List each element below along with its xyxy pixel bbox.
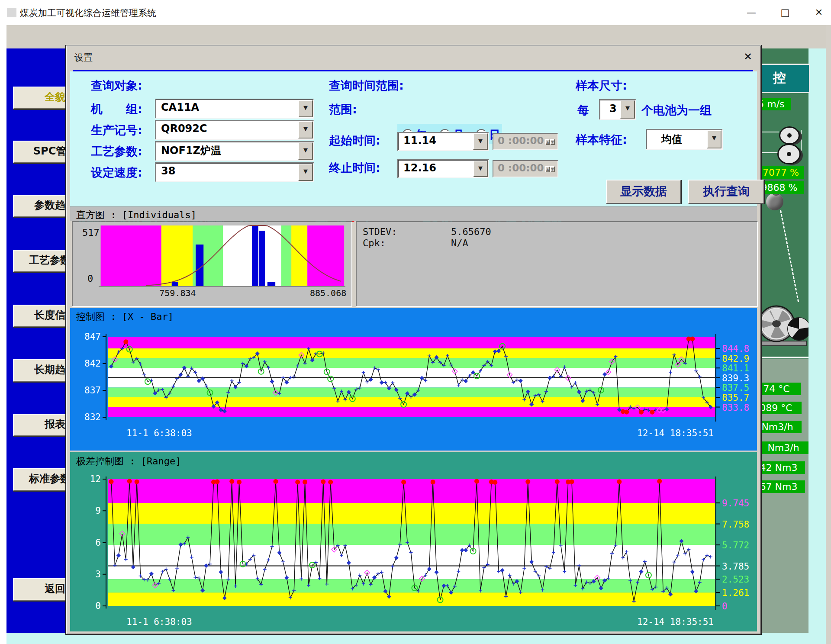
svg-text:847: 847 bbox=[84, 332, 101, 342]
right-cyan-strip bbox=[808, 48, 826, 644]
chevron-down-icon[interactable]: ▼ bbox=[298, 100, 313, 117]
svg-text:11-1 6:38:03: 11-1 6:38:03 bbox=[126, 617, 192, 627]
svg-text:844.816: 844.816 bbox=[722, 344, 750, 354]
sample-size-combo[interactable]: 3 ▼ bbox=[599, 99, 636, 120]
sidebar-item-5[interactable]: 长度信息 bbox=[13, 305, 68, 327]
right-gray-strip bbox=[826, 25, 831, 644]
chevron-down-icon[interactable]: ▼ bbox=[473, 133, 488, 150]
histogram-header: 直方图 : [Individuals] bbox=[70, 206, 757, 221]
sensor-ball-icon bbox=[766, 193, 783, 210]
histogram-panel: 517 0 759.834885.068 bbox=[72, 221, 352, 307]
field-combo-3[interactable]: NOF1Z炉温▼ bbox=[155, 141, 314, 161]
chevron-down-icon[interactable]: ▼ bbox=[620, 100, 635, 119]
svg-text:837: 837 bbox=[84, 385, 101, 396]
stats-panel: STDEV: 5.65670 Cpk: N/A bbox=[356, 221, 758, 307]
end-clock-spinner[interactable]: 0 :00:00 ▲▼ bbox=[493, 160, 558, 177]
chevron-down-icon[interactable]: ▼ bbox=[298, 164, 313, 181]
xbar-chart: 847842837832844.816842.996841.175839.355… bbox=[81, 330, 750, 447]
spin-up-icon[interactable]: ▲ bbox=[545, 166, 550, 172]
svg-text:6: 6 bbox=[95, 538, 101, 548]
query-form: 查询对象: 机 组:CA11A▼生产记号:QR092C▼工艺参数:NOF1Z炉温… bbox=[70, 71, 757, 206]
chevron-down-icon[interactable]: ▼ bbox=[298, 142, 313, 160]
maximize-button-icon[interactable]: □ bbox=[775, 4, 796, 21]
start-time-label: 起始时间: bbox=[329, 133, 380, 148]
field-label-4: 设定速度: bbox=[91, 165, 142, 180]
plant-panel-lower bbox=[760, 359, 808, 633]
svg-text:0: 0 bbox=[722, 601, 728, 612]
xbar-section: 控制图 : [X - Bar] 847842837832844.816842.9… bbox=[70, 308, 757, 451]
pulley-icon bbox=[777, 144, 801, 164]
svg-text:9: 9 bbox=[95, 506, 101, 516]
combo-value: NOF1Z炉温 bbox=[161, 144, 221, 158]
sidebar-item-1[interactable]: 全貌 bbox=[13, 87, 68, 109]
combo-value: 38 bbox=[161, 165, 175, 177]
query-object-label: 查询对象: bbox=[91, 78, 142, 93]
close-button-icon[interactable]: ✕ bbox=[808, 4, 829, 21]
xbar-header: 控制图 : [X - Bar] bbox=[76, 310, 174, 323]
dialog-close-icon[interactable]: ✕ bbox=[740, 50, 756, 64]
svg-text:1.26199: 1.26199 bbox=[722, 588, 750, 598]
cpk-label: Cpk: bbox=[363, 238, 386, 248]
sample-size-label: 样本尺寸: bbox=[576, 78, 627, 93]
line bbox=[760, 132, 779, 132]
sidebar-item-8[interactable]: 标准参数查 bbox=[13, 468, 68, 491]
svg-text:832: 832 bbox=[84, 412, 101, 422]
sidebar-item-6[interactable]: 长期趋势 bbox=[13, 359, 68, 382]
stdev-value: 5.65670 bbox=[451, 226, 491, 237]
field-combo-2[interactable]: QR092C▼ bbox=[155, 120, 314, 140]
minimize-button-icon[interactable]: — bbox=[741, 4, 762, 21]
time-range-label: 查询时间范围: bbox=[329, 78, 404, 93]
range-header: 极差控制图 : [Range] bbox=[76, 455, 181, 468]
sample-feature-label: 样本特征: bbox=[576, 132, 627, 148]
hist-count-min: 0 bbox=[87, 273, 93, 284]
window-left-margin bbox=[0, 25, 6, 644]
field-combo-4[interactable]: 38▼ bbox=[155, 162, 314, 182]
svg-text:12: 12 bbox=[90, 475, 101, 484]
show-data-button[interactable]: 显示数据 bbox=[606, 180, 681, 204]
per-prefix: 每 bbox=[577, 103, 589, 118]
sample-feature-combo[interactable]: 均值 ▼ bbox=[646, 129, 723, 150]
svg-text:5.77234: 5.77234 bbox=[722, 540, 750, 551]
end-date-combo[interactable]: 12.16 ▼ bbox=[397, 159, 489, 178]
combo-value: QR092C bbox=[161, 122, 207, 135]
start-clock-spinner[interactable]: 0 :00:00 ▲▼ bbox=[493, 133, 558, 150]
svg-text:885.068: 885.068 bbox=[310, 288, 346, 298]
svg-text:833.893: 833.893 bbox=[722, 402, 750, 413]
toolbar bbox=[0, 25, 831, 48]
svg-text:837.534: 837.534 bbox=[722, 383, 750, 393]
spin-down-icon[interactable]: ▼ bbox=[550, 166, 555, 172]
fan-icon bbox=[757, 302, 808, 347]
hist-count-max: 517 bbox=[82, 227, 100, 238]
sidebar-item-7[interactable]: 报表 bbox=[13, 414, 68, 436]
cpk-value: N/A bbox=[451, 238, 468, 248]
svg-text:12-14 18:35:51: 12-14 18:35:51 bbox=[637, 617, 714, 627]
line bbox=[801, 130, 802, 154]
svg-text:7.75871: 7.75871 bbox=[722, 519, 750, 530]
chevron-down-icon[interactable]: ▼ bbox=[298, 121, 313, 138]
field-label-2: 生产记号: bbox=[91, 122, 142, 138]
sidebar-item-9[interactable]: 返回 bbox=[13, 578, 68, 601]
panel-divider bbox=[760, 357, 808, 358]
window-title: 煤炭加工可视化综合运维管理系统 bbox=[20, 7, 156, 19]
spin-up-icon[interactable]: ▲ bbox=[545, 139, 550, 145]
stdev-label: STDEV: bbox=[363, 226, 397, 237]
svg-text:2.52398: 2.52398 bbox=[722, 574, 750, 585]
per-suffix: 个电池为一组 bbox=[641, 103, 712, 118]
field-combo-1[interactable]: CA11A▼ bbox=[155, 99, 314, 119]
sidebar-item-2[interactable]: SPC管理 bbox=[13, 141, 68, 163]
spin-down-icon[interactable]: ▼ bbox=[550, 139, 555, 145]
svg-text:11-1 6:38:03: 11-1 6:38:03 bbox=[126, 428, 192, 438]
sidebar-item-3[interactable]: 参数趋势 bbox=[13, 195, 68, 217]
svg-text:0: 0 bbox=[95, 601, 101, 611]
svg-text:12-14 18:35:51: 12-14 18:35:51 bbox=[637, 428, 714, 438]
chevron-down-icon[interactable]: ▼ bbox=[473, 161, 488, 177]
sidebar: 全貌SPC管理参数趋势工艺参数查长度信息长期趋势报表标准参数查返回 bbox=[6, 48, 68, 644]
field-label-3: 工艺参数: bbox=[91, 144, 142, 159]
start-date-combo[interactable]: 11.14 ▼ bbox=[397, 132, 489, 151]
sidebar-item-4[interactable]: 工艺参数查 bbox=[13, 250, 68, 272]
dialog-title: 设置 bbox=[74, 52, 93, 64]
histogram-chart: 759.834885.068 bbox=[99, 225, 348, 301]
run-query-button[interactable]: 执行查询 bbox=[688, 180, 764, 204]
chevron-down-icon[interactable]: ▼ bbox=[707, 130, 721, 148]
combo-value: CA11A bbox=[161, 101, 199, 113]
